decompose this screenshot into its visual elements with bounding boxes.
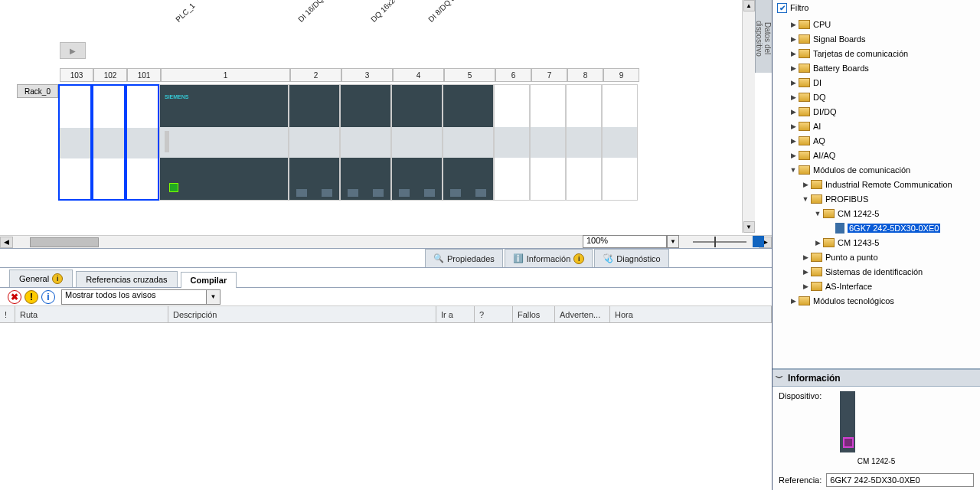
col-goto[interactable]: Ir a — [436, 306, 475, 322]
catalog-item[interactable]: ▶Industrial Remote Communication — [773, 177, 980, 191]
overview-icon[interactable] — [753, 236, 764, 247]
subtab-compile[interactable]: Compilar — [181, 272, 237, 288]
hscroll-device[interactable]: ◀ ▶ 100% ▼ — [0, 235, 772, 248]
reference-field[interactable] — [826, 473, 974, 487]
catalog-item[interactable]: ▶AI/AQ — [773, 148, 980, 162]
filter-errors-icon[interactable]: ✖ — [8, 290, 21, 304]
expander-icon[interactable]: ▶ — [789, 93, 797, 101]
expander-icon[interactable]: ▶ — [789, 137, 797, 145]
tab-properties[interactable]: 🔍 Propiedades — [425, 249, 503, 267]
catalog-filter[interactable]: ✔ Filtro — [773, 0, 980, 15]
catalog-item[interactable]: ▼PROFIBUS — [773, 191, 980, 206]
message-filter-dropdown[interactable]: Mostrar todos los avisos — [61, 289, 207, 305]
catalog-item[interactable]: ▶Punto a punto — [773, 250, 980, 264]
filter-warnings-icon[interactable]: ! — [24, 290, 38, 304]
catalog-item[interactable]: ▶DI/DQ — [773, 104, 980, 119]
message-filter-dropdown-btn[interactable]: ▼ — [207, 289, 220, 305]
col-desc[interactable]: Descripción — [168, 306, 436, 322]
rack-slot[interactable] — [58, 84, 92, 201]
device-view[interactable]: Datos del dispositivo ▲▼ PLC_1DI 16/DQ 1… — [0, 0, 772, 249]
compile-table[interactable]: ! Ruta Descripción Ir a ? Fallos Adverte… — [0, 306, 772, 490]
rack-slot[interactable] — [126, 84, 159, 201]
rack-slot[interactable] — [340, 84, 391, 201]
catalog-item[interactable]: 6GK7 242-5DX30-0XE0 — [773, 220, 980, 235]
zoom-dropdown[interactable]: ▼ — [667, 235, 679, 248]
module-label: DI 8/DQ 8x2 — [426, 0, 462, 24]
catalog-item[interactable]: ▶Módulos tecnológicos — [773, 293, 980, 308]
catalog-item[interactable]: ▶AS-Interface — [773, 279, 980, 293]
rack-slot[interactable] — [443, 84, 494, 201]
tab-diag[interactable]: 🩺 Diagnóstico — [594, 249, 668, 267]
expander-icon[interactable]: ▶ — [802, 181, 809, 188]
rack-scroll-left[interactable]: ▶ — [60, 42, 86, 59]
rack-slot[interactable] — [92, 84, 126, 201]
rack-slot[interactable] — [494, 84, 530, 201]
col-warn[interactable]: Adverten... — [555, 306, 610, 322]
catalog-item-label: AS-Interface — [825, 282, 872, 291]
col-bang[interactable]: ! — [0, 306, 15, 322]
rack-slot[interactable] — [602, 84, 638, 201]
col-q[interactable]: ? — [475, 306, 513, 322]
expander-icon[interactable]: ▶ — [789, 152, 797, 159]
expander-icon[interactable]: ▶ — [814, 239, 822, 247]
zoom-input[interactable]: 100% — [583, 235, 667, 248]
catalog-item[interactable]: ▶DQ — [773, 90, 980, 104]
catalog-item[interactable]: ▶AI — [773, 119, 980, 133]
expander-icon[interactable]: ▼ — [814, 210, 822, 217]
expander-icon[interactable]: ▶ — [789, 50, 797, 57]
subtab-general[interactable]: General i — [9, 270, 73, 287]
expander-icon[interactable]: ▶ — [789, 122, 797, 130]
module-icon — [835, 223, 844, 234]
hardware-catalog-tree[interactable]: ▶CPU▶Signal Boards▶Tarjetas de comunicac… — [773, 15, 980, 368]
catalog-item[interactable]: ▼CM 1242-5 — [773, 206, 980, 220]
device-name: CM 1242-5 — [779, 457, 974, 466]
rack-slot[interactable]: SIEMENS — [159, 84, 289, 201]
info-badge: i — [573, 253, 584, 264]
catalog-item[interactable]: ▶Tarjetas de comunicación — [773, 46, 980, 60]
rack-slot[interactable] — [530, 84, 566, 201]
diag-icon: 🩺 — [603, 253, 613, 264]
expander-icon[interactable]: ▼ — [802, 195, 809, 203]
hscroll-left[interactable]: ◀ — [0, 237, 13, 248]
tab-info[interactable]: ℹ️ Información i — [505, 249, 593, 267]
expander-icon[interactable]: ▶ — [789, 108, 797, 116]
rack-slot[interactable] — [566, 84, 602, 201]
catalog-item[interactable]: ▶Signal Boards — [773, 31, 980, 46]
expander-icon[interactable]: ▶ — [802, 268, 809, 276]
col-time[interactable]: Hora — [610, 306, 772, 322]
hscroll-thumb[interactable] — [30, 237, 99, 247]
catalog-item-label: PROFIBUS — [825, 194, 868, 204]
folder-icon — [799, 93, 810, 102]
expander-icon[interactable]: ▶ — [789, 35, 797, 43]
vscroll-device[interactable]: ▲▼ — [742, 0, 755, 233]
side-tab-device-data[interactable]: Datos del dispositivo — [755, 0, 772, 73]
col-fail[interactable]: Fallos — [513, 306, 555, 322]
subtab-cross[interactable]: Referencias cruzadas — [76, 271, 177, 287]
rack-slot[interactable] — [391, 84, 443, 201]
col-path[interactable]: Ruta — [15, 306, 168, 322]
expander-icon[interactable]: ▶ — [789, 79, 797, 87]
catalog-item[interactable]: ▶AQ — [773, 133, 980, 148]
catalog-item-label: Battery Boards — [813, 64, 869, 73]
catalog-item[interactable]: ▶Sistemas de identificación — [773, 264, 980, 279]
expander-icon[interactable]: ▶ — [789, 297, 797, 305]
expander-icon[interactable]: ▶ — [802, 253, 809, 261]
catalog-item[interactable]: ▶CM 1243-5 — [773, 235, 980, 250]
expander-icon[interactable]: ▶ — [789, 64, 797, 72]
catalog-item[interactable]: ▶CPU — [773, 17, 980, 31]
zoom-slider[interactable] — [693, 241, 746, 243]
catalog-item[interactable]: ▼Módulos de comunicación — [773, 162, 980, 177]
expander-icon[interactable]: ▶ — [802, 283, 809, 290]
catalog-item-label: CPU — [813, 20, 831, 29]
compile-table-header: ! Ruta Descripción Ir a ? Fallos Adverte… — [0, 306, 772, 323]
filter-info-icon[interactable]: i — [41, 290, 55, 304]
slot-number: 5 — [444, 68, 495, 82]
catalog-item[interactable]: ▶Battery Boards — [773, 60, 980, 75]
rack-slot[interactable] — [289, 84, 340, 201]
catalog-item-label: DI/DQ — [813, 107, 837, 116]
info-panel-header[interactable]: ﹀ Información — [773, 370, 980, 387]
expander-icon[interactable]: ▶ — [789, 21, 797, 28]
catalog-filter-checkbox[interactable]: ✔ — [777, 3, 787, 13]
expander-icon[interactable]: ▼ — [789, 166, 797, 174]
catalog-item[interactable]: ▶DI — [773, 75, 980, 90]
